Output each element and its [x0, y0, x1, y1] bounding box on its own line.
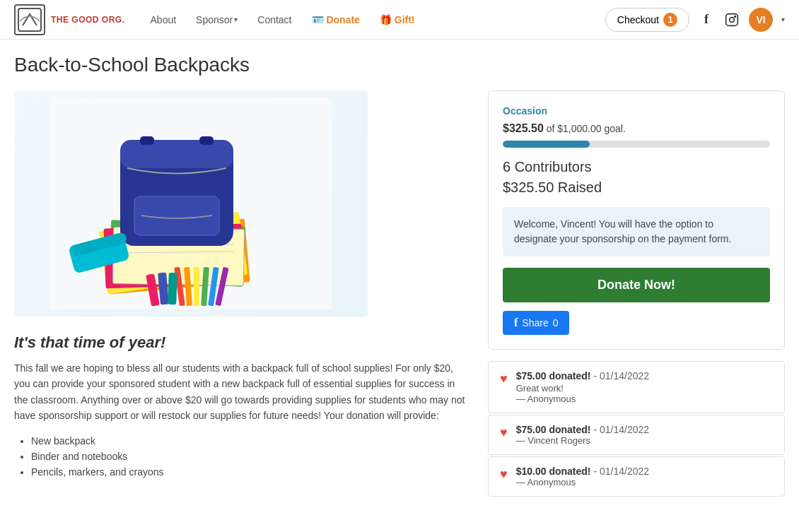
share-label: Share: [522, 317, 548, 329]
svg-rect-16: [199, 136, 214, 145]
right-column: Occasion $325.50 of $1,000.00 goal. 6 Co…: [488, 90, 785, 497]
campaign-image: [14, 90, 368, 317]
heart-icon: ♥: [500, 467, 508, 482]
nav-contact[interactable]: Contact: [249, 8, 300, 31]
facebook-share-icon: f: [514, 317, 518, 329]
logo-box: [14, 4, 45, 35]
donation-info: $75.00 donated! - 01/14/2022 — Vincent R…: [516, 424, 773, 446]
navigation: THE GOOD ORG. About Sponsor ▾ Contact Do…: [0, 0, 799, 40]
campaign-list: New backpack Binder and notebooks Pencil…: [14, 435, 471, 478]
facebook-icon[interactable]: f: [698, 11, 715, 28]
checkout-button[interactable]: Checkout 1: [605, 8, 689, 32]
donation-item-1: ♥ $75.00 donated! - 01/14/2022 Great wor…: [488, 361, 785, 413]
svg-rect-22: [194, 267, 199, 306]
svg-rect-28: [168, 273, 177, 305]
logo[interactable]: THE GOOD ORG.: [14, 4, 125, 35]
list-item: New backpack: [31, 435, 471, 447]
progress-bar-bg: [503, 141, 770, 148]
donation-donor: — Anonymous: [516, 394, 773, 404]
list-item: Pencils, markers, and crayons: [31, 466, 471, 478]
checkout-badge: 1: [663, 13, 677, 27]
page-title: Back-to-School Backpacks: [14, 54, 785, 76]
donation-date: - 01/14/2022: [593, 424, 649, 435]
donation-info: $10.00 donated! - 01/14/2022 — Anonymous: [516, 466, 773, 487]
instagram-icon[interactable]: [723, 11, 740, 28]
campaign-description: This fall we are hoping to bless all our…: [14, 360, 471, 424]
user-avatar[interactable]: VI: [749, 8, 773, 32]
donate-now-button[interactable]: Donate Now!: [503, 268, 770, 302]
user-menu-caret[interactable]: ▾: [781, 16, 785, 23]
nav-links: About Sponsor ▾ Contact Donate Gift!: [142, 8, 424, 31]
svg-rect-1: [726, 13, 738, 25]
occasion-label: Occasion: [503, 105, 770, 117]
fundraise-goal: $325.50 of $1,000.00 goal.: [503, 122, 770, 135]
raised-amount-inline: $325.50: [503, 122, 544, 134]
donation-donor: — Vincent Rogers: [516, 435, 773, 446]
donation-amount: $75.00 donated!: [516, 424, 591, 435]
donation-date: - 01/14/2022: [593, 370, 649, 382]
heart-icon: ♥: [500, 425, 508, 440]
sponsor-caret: ▾: [234, 16, 238, 23]
nav-donate[interactable]: Donate: [303, 8, 368, 31]
heart-icon: ♥: [500, 372, 508, 386]
donation-donor: — Anonymous: [516, 477, 773, 487]
checkout-label: Checkout: [617, 14, 659, 25]
donation-item-2: ♥ $75.00 donated! - 01/14/2022 — Vincent…: [488, 415, 785, 455]
facebook-share-button[interactable]: f Share 0: [503, 311, 569, 335]
nav-gift[interactable]: Gift!: [371, 8, 424, 31]
donation-amount: $10.00 donated!: [516, 466, 591, 477]
donation-info: $75.00 donated! - 01/14/2022 Great work!…: [516, 370, 773, 404]
left-column: It's that time of year! This fall we are…: [14, 90, 471, 482]
main-container: Back-to-School Backpacks: [0, 40, 799, 511]
donations-list: ♥ $75.00 donated! - 01/14/2022 Great wor…: [488, 361, 785, 497]
list-item: Binder and notebooks: [31, 451, 471, 462]
campaign-subtitle: It's that time of year!: [14, 333, 471, 352]
donation-amount: $75.00 donated!: [516, 370, 591, 382]
sidebar-panel: Occasion $325.50 of $1,000.00 goal. 6 Co…: [488, 90, 785, 350]
welcome-message: Welcome, Vincent! You will have the opti…: [503, 207, 770, 256]
svg-point-2: [730, 17, 735, 22]
nav-sponsor[interactable]: Sponsor ▾: [187, 8, 246, 31]
raised-total: $325.50 Raised: [503, 179, 770, 196]
svg-point-3: [735, 16, 736, 17]
progress-bar-fill: [503, 141, 590, 148]
donation-date: - 01/14/2022: [593, 466, 649, 477]
contributors-count: 6 Contributors: [503, 159, 770, 175]
donation-message: Great work!: [516, 383, 773, 394]
logo-text: THE GOOD ORG.: [51, 15, 125, 25]
donation-item-3: ♥ $10.00 donated! - 01/14/2022 — Anonymo…: [488, 456, 785, 497]
share-count: 0: [553, 317, 559, 329]
goal-text: of $1,000.00 goal.: [547, 123, 626, 134]
svg-rect-15: [140, 136, 154, 145]
content-grid: It's that time of year! This fall we are…: [14, 90, 785, 497]
nav-right: Checkout 1 f VI ▾: [605, 8, 785, 32]
svg-rect-14: [120, 140, 233, 168]
nav-about[interactable]: About: [142, 8, 185, 31]
